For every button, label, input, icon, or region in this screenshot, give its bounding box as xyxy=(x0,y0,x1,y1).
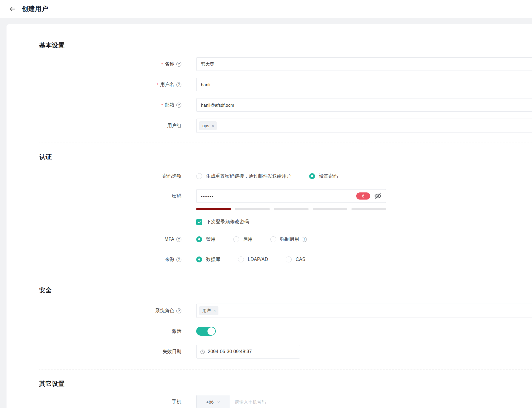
radio-icon[interactable] xyxy=(196,236,202,242)
username-input[interactable] xyxy=(196,78,532,91)
phone-input-group: +86 ∨ xyxy=(196,395,532,408)
form-row-mfa: MFA ? 禁用 启用 强制启用 ! xyxy=(7,235,532,244)
help-icon[interactable]: ? xyxy=(176,103,181,108)
form-row-reset-checkbox: 下次登录须修改密码 xyxy=(7,219,532,225)
radio-source-ldap[interactable]: LDAP/AD xyxy=(238,256,268,262)
field-label-name: * 名称 ? xyxy=(7,61,181,67)
radio-icon[interactable] xyxy=(196,256,202,262)
help-icon[interactable]: ? xyxy=(176,62,181,67)
page-title: 创建用户 xyxy=(22,4,48,13)
field-label-password: 密码 xyxy=(7,193,181,199)
radio-source-database[interactable]: 数据库 xyxy=(196,256,220,263)
page-header: 创建用户 xyxy=(0,0,532,18)
tag-close-icon[interactable]: × xyxy=(212,124,214,128)
form-row-password-option: 密码选项 生成重置密码链接，通过邮件发送给用户 设置密码 xyxy=(7,172,532,181)
field-label-email: * 邮箱 ? xyxy=(7,102,181,108)
group-tag: ops × xyxy=(199,121,217,130)
role-tag: 用户 × xyxy=(199,306,218,315)
expire-date-value: 2094-06-30 09:48:37 xyxy=(208,349,252,354)
form-row-system-roles: 系统角色 ? 用户 × xyxy=(7,304,532,318)
form-row-password: 密码 6 xyxy=(7,189,532,203)
section-title-security: 安全 xyxy=(39,286,532,294)
form-row-expire-date: 失效日期 2094-06-30 09:48:37 xyxy=(7,345,532,358)
form-row-phone: 手机 +86 ∨ xyxy=(7,395,532,408)
help-icon[interactable]: ? xyxy=(176,82,181,87)
strength-segment xyxy=(352,208,386,210)
help-icon[interactable]: ? xyxy=(176,308,181,313)
field-label-mfa: MFA ? xyxy=(7,237,181,242)
password-strength-meter xyxy=(196,208,386,210)
form-card: 基本设置 * 名称 ? * 用户名 ? * 邮箱 ? 用户 xyxy=(7,24,532,408)
form-row-username: * 用户名 ? xyxy=(7,78,532,91)
back-button[interactable] xyxy=(8,5,17,13)
password-length-badge: 6 xyxy=(356,192,370,200)
chevron-down-icon: ∨ xyxy=(217,400,221,404)
info-icon[interactable]: ! xyxy=(302,237,307,242)
help-icon[interactable]: ? xyxy=(176,257,181,262)
field-label-phone: 手机 xyxy=(7,399,181,405)
checkbox-label[interactable]: 下次登录须修改密码 xyxy=(206,219,249,225)
section-title-auth: 认证 xyxy=(39,152,532,161)
radio-set-password[interactable]: 设置密码 xyxy=(309,173,338,179)
field-label-expire-date: 失效日期 xyxy=(7,349,181,355)
clock-icon xyxy=(200,349,205,354)
strength-segment xyxy=(196,208,231,210)
form-row-source: 来源 ? 数据库 LDAP/AD CAS xyxy=(7,255,532,264)
section-title-basic: 基本设置 xyxy=(39,41,532,50)
country-code-select[interactable]: +86 ∨ xyxy=(196,395,230,408)
field-label-source: 来源 ? xyxy=(7,256,181,263)
expire-date-picker[interactable]: 2094-06-30 09:48:37 xyxy=(196,345,300,358)
strength-segment xyxy=(274,208,309,210)
eye-off-icon[interactable] xyxy=(373,192,382,200)
radio-mfa-forced[interactable]: 强制启用 ! xyxy=(270,236,307,243)
user-groups-select[interactable]: ops × xyxy=(196,119,532,133)
strength-segment xyxy=(313,208,347,210)
radio-mfa-disabled[interactable]: 禁用 xyxy=(196,236,215,243)
system-roles-select[interactable]: 用户 × xyxy=(196,304,532,318)
strength-segment xyxy=(235,208,270,210)
text-cursor xyxy=(160,173,160,179)
password-strength-row xyxy=(7,208,532,210)
form-row-groups: 用户组 ops × xyxy=(7,119,532,133)
tag-close-icon[interactable]: × xyxy=(213,309,216,313)
checkbox-checked-icon[interactable] xyxy=(196,219,202,225)
name-input[interactable] xyxy=(196,57,532,71)
radio-source-cas[interactable]: CAS xyxy=(286,256,305,262)
arrow-left-icon xyxy=(9,6,16,12)
active-toggle[interactable] xyxy=(196,327,216,336)
section-divider xyxy=(39,143,532,143)
radio-icon[interactable] xyxy=(270,236,276,242)
radio-icon[interactable] xyxy=(286,256,292,262)
field-label-username: * 用户名 ? xyxy=(7,82,181,88)
phone-input[interactable] xyxy=(230,395,532,408)
required-asterisk: * xyxy=(156,82,158,87)
radio-icon[interactable] xyxy=(238,256,244,262)
required-asterisk: * xyxy=(161,62,163,67)
radio-icon[interactable] xyxy=(196,173,202,179)
section-divider xyxy=(39,369,532,369)
field-label-active: 激活 xyxy=(7,328,181,334)
toggle-knob xyxy=(207,327,215,335)
form-row-email: * 邮箱 ? xyxy=(7,98,532,112)
required-asterisk: * xyxy=(161,103,163,108)
form-row-name: * 名称 ? xyxy=(7,57,532,71)
radio-icon[interactable] xyxy=(309,173,315,179)
field-label-password-option: 密码选项 xyxy=(7,173,181,179)
section-title-other: 其它设置 xyxy=(39,379,532,388)
radio-icon[interactable] xyxy=(233,236,239,242)
radio-mfa-enabled[interactable]: 启用 xyxy=(233,236,253,243)
section-divider xyxy=(39,276,532,276)
field-label-groups: 用户组 xyxy=(7,123,181,129)
field-label-system-roles: 系统角色 ? xyxy=(7,308,181,314)
form-row-active: 激活 xyxy=(7,327,532,336)
email-input[interactable] xyxy=(196,98,532,112)
radio-reset-link[interactable]: 生成重置密码链接，通过邮件发送给用户 xyxy=(196,173,291,179)
help-icon[interactable]: ? xyxy=(176,237,181,242)
